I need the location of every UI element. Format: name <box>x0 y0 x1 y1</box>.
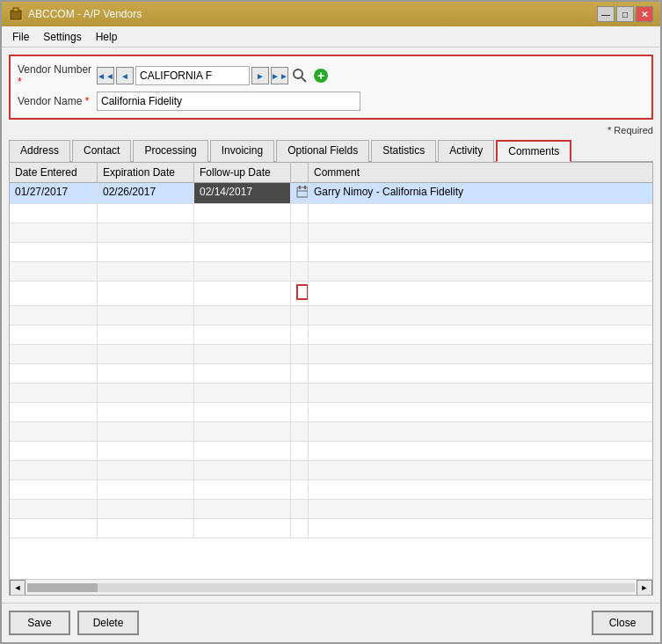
col-icon <box>291 163 309 182</box>
table-row[interactable]: 01/27/2017 02/26/2017 02/14/2017 Garry N… <box>10 183 652 204</box>
scroll-thumb[interactable] <box>27 583 98 592</box>
tab-address[interactable]: Address <box>9 140 70 162</box>
svg-rect-4 <box>297 187 308 197</box>
window-title: ABCCOM - A/P Vendors <box>28 8 142 20</box>
menu-help[interactable]: Help <box>89 29 125 45</box>
table-body: 01/27/2017 02/26/2017 02/14/2017 Garry N… <box>10 183 652 579</box>
table-row[interactable] <box>10 422 652 442</box>
table-row[interactable] <box>10 442 652 461</box>
tab-invoicing[interactable]: Invoicing <box>210 140 274 162</box>
tab-comments[interactable]: Comments <box>496 140 571 162</box>
vendor-name-required: * <box>85 95 90 107</box>
col-comment: Comment <box>309 163 652 182</box>
col-date-entered: Date Entered <box>10 163 98 182</box>
add-vendor-icon[interactable]: + <box>311 66 331 85</box>
table-row[interactable] <box>10 384 652 403</box>
scroll-right-button[interactable]: ► <box>637 580 652 596</box>
vendor-number-required: * <box>18 76 22 88</box>
table-row[interactable] <box>10 500 652 519</box>
svg-rect-6 <box>304 186 306 189</box>
table-row[interactable] <box>10 204 652 223</box>
small-red-box <box>296 284 309 300</box>
svg-point-2 <box>294 70 302 78</box>
minimize-button[interactable]: — <box>597 6 615 22</box>
table-row[interactable] <box>10 306 652 326</box>
comments-table: Date Entered Expiration Date Follow-up D… <box>9 162 653 596</box>
col-expiration-date: Expiration Date <box>98 163 194 182</box>
tab-optional-fields[interactable]: Optional Fields <box>276 140 369 162</box>
vendor-number-label: Vendor Number * <box>18 63 97 88</box>
delete-button[interactable]: Delete <box>77 611 139 635</box>
table-row[interactable] <box>10 461 652 480</box>
cell-icon <box>291 183 309 203</box>
cell-date-entered: 01/27/2017 <box>10 183 98 203</box>
col-followup-date: Follow-up Date <box>194 163 291 182</box>
svg-rect-1 <box>13 8 18 11</box>
cell-expiration-date: 02/26/2017 <box>98 183 194 203</box>
add-circle-icon: + <box>314 69 328 83</box>
maximize-button[interactable]: □ <box>616 6 634 22</box>
table-row[interactable] <box>10 262 652 282</box>
table-row[interactable] <box>10 243 652 262</box>
title-bar: ABCCOM - A/P Vendors — □ ✕ <box>2 2 660 26</box>
svg-line-3 <box>302 77 306 82</box>
cell-followup-date: 02/14/2017 <box>194 183 291 203</box>
vendor-name-row: Vendor Name * <box>18 91 644 111</box>
table-row[interactable] <box>10 345 652 364</box>
tabs-row: Address Contact Processing Invoicing Opt… <box>9 139 653 162</box>
tab-activity[interactable]: Activity <box>438 140 494 162</box>
tab-contact[interactable]: Contact <box>72 140 131 162</box>
table-header: Date Entered Expiration Date Follow-up D… <box>10 163 652 183</box>
vendor-nav-controls: ◄◄ ◄ ► ►► + <box>97 66 331 85</box>
footer-left: Save Delete <box>9 611 139 635</box>
close-button[interactable]: Close <box>592 611 653 635</box>
menu-settings[interactable]: Settings <box>36 29 88 45</box>
footer: Save Delete Close <box>2 603 660 642</box>
search-icon[interactable] <box>290 66 309 85</box>
title-bar-left: ABCCOM - A/P Vendors <box>9 7 142 21</box>
table-row[interactable] <box>10 403 652 422</box>
cell-comment: Garry Nimoy - California Fidelity <box>309 183 652 203</box>
main-window: ABCCOM - A/P Vendors — □ ✕ File Settings… <box>0 0 662 644</box>
tab-statistics[interactable]: Statistics <box>371 140 436 162</box>
menu-bar: File Settings Help <box>2 26 660 48</box>
menu-file[interactable]: File <box>5 29 36 45</box>
nav-next-button[interactable]: ► <box>251 67 269 84</box>
vendor-name-label: Vendor Name * <box>18 95 97 107</box>
scroll-left-button[interactable]: ◄ <box>10 580 25 596</box>
vendor-section: Vendor Number * ◄◄ ◄ ► ►► <box>9 55 653 120</box>
content-area: Vendor Number * ◄◄ ◄ ► ►► <box>2 48 660 603</box>
required-note: * Required <box>9 125 653 135</box>
nav-prev-button[interactable]: ◄ <box>116 67 134 84</box>
table-row[interactable] <box>10 519 652 538</box>
scroll-track[interactable] <box>27 583 635 592</box>
nav-first-button[interactable]: ◄◄ <box>97 67 114 84</box>
app-icon <box>9 7 23 21</box>
vendor-number-row: Vendor Number * ◄◄ ◄ ► ►► <box>18 63 644 88</box>
save-button[interactable]: Save <box>9 611 70 635</box>
nav-last-button[interactable]: ►► <box>271 67 288 84</box>
table-row[interactable] <box>10 480 652 500</box>
table-row[interactable] <box>10 282 652 306</box>
close-window-button[interactable]: ✕ <box>636 6 653 22</box>
svg-rect-5 <box>299 186 301 189</box>
table-row[interactable] <box>10 326 652 345</box>
horizontal-scrollbar[interactable]: ◄ ► <box>10 579 652 595</box>
vendor-name-input[interactable] <box>97 91 360 111</box>
table-row[interactable] <box>10 223 652 243</box>
window-controls: — □ ✕ <box>597 6 653 22</box>
vendor-number-input[interactable] <box>135 66 250 85</box>
table-row[interactable] <box>10 364 652 384</box>
tab-processing[interactable]: Processing <box>133 140 207 162</box>
